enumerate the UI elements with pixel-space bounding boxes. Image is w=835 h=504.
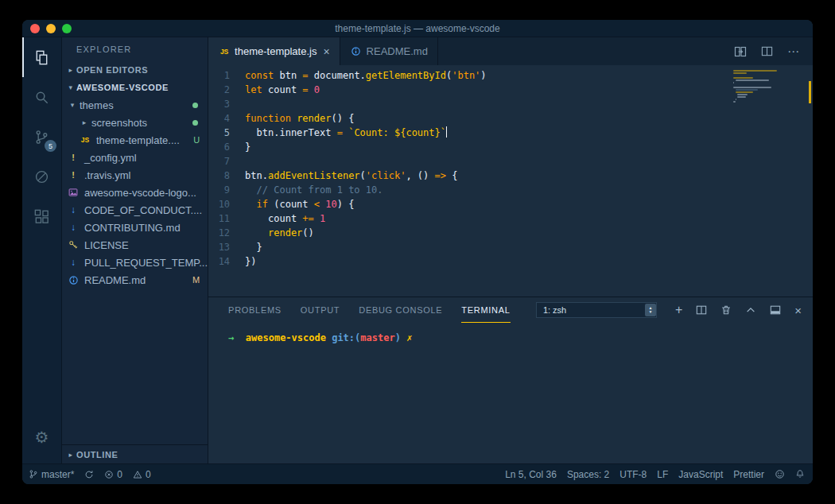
line-number: 8 — [208, 169, 245, 183]
line-number: 5 — [208, 126, 245, 140]
branch-icon — [29, 469, 38, 479]
status-utf-8[interactable]: UTF-8 — [619, 469, 647, 480]
tree-item-themes[interactable]: ▾themes — [62, 96, 208, 114]
split-terminal-icon[interactable] — [696, 304, 707, 316]
titlebar[interactable]: theme-template.js — awesome-vscode — [22, 20, 813, 37]
tree-item-screenshots[interactable]: ▸screenshots — [62, 114, 208, 131]
status-sync[interactable] — [84, 470, 94, 479]
status-javascript[interactable]: JavaScript — [678, 469, 723, 480]
minimap-line — [736, 99, 736, 100]
toggle-panel-icon[interactable] — [770, 304, 781, 316]
minimize-window-button[interactable] — [46, 24, 56, 33]
line-number: 7 — [208, 154, 245, 169]
chevron-right-icon: ▸ — [65, 451, 76, 459]
tree-item-contributing-md[interactable]: ↓CONTRIBUTING.md — [62, 219, 208, 236]
code-area: 1const btn = document.getElementById('bt… — [208, 68, 813, 269]
zoom-window-button[interactable] — [62, 24, 72, 33]
git-status-badge: M — [192, 275, 200, 285]
code-text: // Count from 1 to 10. — [245, 183, 383, 197]
line-number: 12 — [208, 226, 245, 240]
close-icon[interactable]: × — [323, 46, 329, 57]
tree-item-label: PULL_REQUEST_TEMP... — [84, 257, 208, 269]
status-smiley[interactable] — [775, 469, 785, 479]
panel-tab-output[interactable]: OUTPUT — [301, 297, 340, 323]
open-changes-icon[interactable] — [734, 45, 747, 58]
tree-item-label: .travis.yml — [84, 169, 131, 181]
code-line-8[interactable]: 8btn.addEventListener('click', () => { — [208, 169, 813, 183]
tree-item-code-of-conduct[interactable]: ↓CODE_OF_CONDUCT.... — [62, 201, 208, 219]
tree-item-awesome-vscode-logo[interactable]: awesome-vscode-logo... — [62, 184, 208, 201]
close-window-button[interactable] — [30, 24, 40, 33]
kill-terminal-icon[interactable] — [720, 304, 732, 316]
maximize-panel-icon[interactable] — [745, 304, 756, 316]
status-warning[interactable]: 0 — [133, 469, 151, 480]
line-number: 4 — [208, 111, 245, 126]
code-line-9[interactable]: 9 // Count from 1 to 10. — [208, 183, 813, 197]
tree-item-pull-request-temp[interactable]: ↓PULL_REQUEST_TEMP... — [62, 254, 208, 271]
outline-section[interactable]: ▸ OUTLINE — [62, 444, 208, 463]
root-folder-section[interactable]: ▾ AWESOME-VSCODE — [62, 79, 208, 96]
root-folder-label: AWESOME-VSCODE — [76, 83, 169, 92]
editor-tab-readme-md[interactable]: README.md — [340, 37, 438, 65]
activity-source-control-button[interactable]: 5 — [22, 117, 61, 157]
panel-tab-debug-console[interactable]: DEBUG CONSOLE — [359, 297, 442, 323]
chevron-right-icon: ▸ — [65, 66, 76, 74]
markdown-icon: ↓ — [67, 204, 80, 215]
code-line-7[interactable]: 7 — [208, 154, 813, 169]
tree-item-theme-template[interactable]: JStheme-template....U — [62, 131, 208, 149]
status-branch[interactable]: master* — [29, 469, 74, 480]
tree-item-label: screenshots — [91, 117, 147, 129]
info-icon — [350, 46, 363, 56]
code-line-13[interactable]: 13 } — [208, 240, 813, 254]
terminal[interactable]: → awesome-vscode git:(master) ✗ — [208, 323, 813, 463]
status-lf[interactable]: LF — [657, 469, 668, 480]
terminal-selector[interactable]: 1: zsh ▲▼ — [536, 302, 657, 318]
code-editor[interactable]: 1const btn = document.getElementById('bt… — [208, 65, 813, 297]
code-line-4[interactable]: 4function render() { — [208, 111, 813, 126]
status-spaces-2[interactable]: Spaces: 2 — [567, 469, 609, 480]
status-bell[interactable] — [795, 469, 805, 479]
open-editors-section[interactable]: ▸ OPEN EDITORS — [62, 61, 208, 79]
code-line-2[interactable]: 2let count = 0 — [208, 83, 813, 97]
new-terminal-icon[interactable]: + — [675, 304, 682, 316]
code-line-3[interactable]: 3 — [208, 97, 813, 111]
status-label: Ln 5, Col 36 — [505, 469, 557, 480]
tree-item-license[interactable]: LICENSE — [62, 236, 208, 254]
line-number: 14 — [208, 254, 245, 269]
split-editor-icon[interactable] — [761, 45, 773, 57]
tab-label: theme-template.js — [235, 45, 317, 57]
status-bar: master*00 Ln 5, Col 36Spaces: 2UTF-8LFJa… — [22, 463, 813, 484]
activity-explorer-button[interactable] — [22, 37, 61, 77]
code-line-11[interactable]: 11 count += 1 — [208, 211, 813, 226]
code-line-12[interactable]: 12 render() — [208, 226, 813, 240]
activity-extensions-button[interactable] — [22, 196, 61, 236]
activity-debug-button[interactable] — [22, 157, 61, 196]
code-line-1[interactable]: 1const btn = document.getElementById('bt… — [208, 68, 813, 83]
editor-tab-theme-template-js[interactable]: JStheme-template.js× — [208, 37, 340, 65]
js-icon: JS — [218, 48, 231, 56]
settings-button[interactable]: ⚙ — [22, 417, 61, 457]
code-line-5[interactable]: 5 btn.innerText = `Count: ${count}` — [208, 126, 813, 140]
panel-tab-terminal[interactable]: TERMINAL — [461, 297, 510, 323]
code-line-10[interactable]: 10 if (count < 10) { — [208, 197, 813, 211]
tree-item-label: README.md — [84, 274, 146, 286]
tree-item-label: _config.yml — [84, 152, 137, 164]
tree-item-config-yml[interactable]: !_config.yml — [62, 149, 208, 166]
minimap[interactable] — [733, 70, 789, 103]
tab-label: README.md — [367, 45, 428, 57]
code-line-14[interactable]: 14}) — [208, 254, 813, 269]
tree-item-label: LICENSE — [84, 239, 129, 251]
code-text: render() — [245, 226, 314, 240]
panel-tab-problems[interactable]: PROBLEMS — [228, 297, 282, 323]
activity-search-button[interactable] — [22, 77, 61, 117]
status-label: master* — [41, 469, 74, 480]
status-prettier[interactable]: Prettier — [733, 469, 764, 480]
traffic-lights — [30, 20, 72, 37]
code-line-6[interactable]: 6} — [208, 140, 813, 154]
tree-item-readme-md[interactable]: README.mdM — [62, 271, 208, 289]
tree-item-travis-yml[interactable]: !.travis.yml — [62, 166, 208, 184]
status-error[interactable]: 0 — [104, 469, 122, 480]
close-panel-icon[interactable]: × — [794, 304, 802, 316]
more-actions-icon[interactable]: ⋯ — [787, 45, 800, 59]
status-ln-5-col-36[interactable]: Ln 5, Col 36 — [505, 469, 557, 480]
